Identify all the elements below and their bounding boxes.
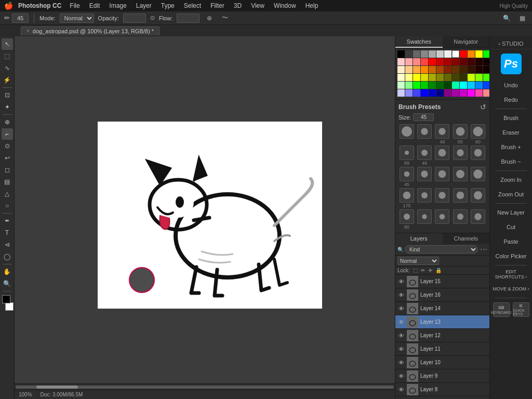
swatch-black[interactable]	[397, 50, 405, 58]
brush-thumb-8[interactable]	[453, 145, 468, 160]
swatch[interactable]	[468, 89, 475, 97]
layer-row-3[interactable]: 👁Layer 13	[395, 315, 489, 329]
layer-visibility-7[interactable]: 👁	[397, 373, 405, 379]
swatch[interactable]	[405, 50, 413, 58]
lock-transparent-btn[interactable]: ⬚	[413, 268, 418, 273]
swatch[interactable]	[475, 74, 483, 81]
menu-select[interactable]: Select	[180, 1, 205, 10]
swatch[interactable]	[452, 74, 459, 81]
lock-position-btn[interactable]: ✛	[428, 268, 432, 273]
swatch[interactable]	[460, 66, 467, 73]
menu-filter[interactable]: Filter	[206, 1, 229, 10]
canvas-wrapper[interactable]	[15, 36, 395, 383]
quick-select-tool[interactable]: ⚡	[2, 74, 13, 86]
selection-tool[interactable]: ⬚	[2, 50, 13, 62]
swatch[interactable]	[460, 50, 467, 58]
swatch[interactable]	[460, 58, 467, 65]
new-layer-btn[interactable]: New Layer	[493, 206, 529, 219]
swatch[interactable]	[452, 82, 459, 89]
layer-visibility-4[interactable]: 👁	[397, 332, 405, 339]
keyboard-btn[interactable]: ⌨ KEYBOARD	[493, 302, 510, 317]
pen-tool[interactable]: ✒	[2, 215, 13, 227]
layer-visibility-8[interactable]: 👁	[397, 387, 405, 393]
swatch[interactable]	[413, 82, 420, 89]
healing-tool[interactable]: ⊕	[2, 116, 13, 128]
swatch[interactable]	[444, 74, 451, 81]
paste-btn[interactable]: Paste	[493, 235, 529, 248]
swatch[interactable]	[436, 66, 444, 73]
zoom-out-btn[interactable]: Zoom Out	[493, 188, 529, 201]
move-tool[interactable]: ↖	[2, 38, 13, 50]
zoom-in-btn[interactable]: Zoom In	[493, 173, 529, 187]
channels-tab[interactable]: Channels	[443, 233, 490, 244]
grid-btn[interactable]: ▦	[516, 13, 528, 23]
brush-thumb-16[interactable]	[417, 188, 432, 203]
layer-visibility-5[interactable]: 👁	[397, 346, 405, 352]
menu-view[interactable]: View	[247, 1, 269, 10]
brush-tool[interactable]: ⌐	[2, 128, 13, 140]
swatch[interactable]	[413, 89, 420, 97]
swatch[interactable]	[475, 89, 483, 97]
swatch[interactable]	[429, 74, 436, 81]
swatch[interactable]	[397, 66, 405, 73]
brush-thumb-12[interactable]	[435, 167, 449, 181]
navigator-tab[interactable]: Navigator	[443, 36, 490, 48]
swatch[interactable]	[429, 66, 436, 73]
blend-mode-select[interactable]: Normal	[397, 257, 439, 265]
swatch[interactable]	[475, 58, 483, 65]
layer-visibility-2[interactable]: 👁	[397, 305, 405, 312]
document-tab[interactable]: × dog_astropad.psd @ 100% (Layer 13, RGB…	[21, 26, 159, 35]
brush-thumb-7[interactable]	[435, 145, 449, 160]
apple-menu[interactable]: 🍎	[4, 2, 13, 10]
swatch[interactable]	[444, 82, 451, 89]
brush-thumb-5[interactable]	[400, 145, 414, 160]
dodge-tool[interactable]: ○	[2, 200, 13, 211]
swatch[interactable]	[468, 74, 475, 81]
swatch[interactable]	[444, 50, 451, 58]
layer-visibility-6[interactable]: 👁	[397, 360, 405, 366]
menu-image[interactable]: Image	[105, 1, 130, 10]
brush-thumb-21[interactable]	[417, 209, 432, 224]
layer-row-8[interactable]: 👁Layer 8	[395, 383, 489, 396]
brush-minus-btn[interactable]: Brush −	[493, 155, 529, 168]
swatch[interactable]	[421, 82, 428, 89]
layer-row-6[interactable]: 👁Layer 10	[395, 356, 489, 369]
brush-thumb-10[interactable]	[400, 167, 414, 181]
swatch[interactable]	[421, 74, 428, 81]
swatch[interactable]	[460, 74, 467, 81]
blur-tool[interactable]: △	[2, 188, 13, 200]
flow-input[interactable]: 54%	[177, 14, 200, 23]
layer-row-0[interactable]: 👁Layer 15	[395, 275, 489, 288]
swatch[interactable]	[421, 58, 428, 65]
ps-icon[interactable]: Ps	[501, 54, 522, 74]
menu-edit[interactable]: Edit	[85, 1, 104, 10]
brush-plus-btn[interactable]: Brush +	[493, 140, 529, 154]
brush-thumb-17[interactable]	[435, 188, 449, 203]
layer-row-7[interactable]: 👁Layer 9	[395, 369, 489, 383]
eraser-btn[interactable]: Eraser	[493, 126, 529, 139]
swatch[interactable]	[436, 89, 444, 97]
brush-thumb-22[interactable]	[435, 209, 449, 224]
swatch[interactable]	[429, 82, 436, 89]
eraser-tool[interactable]: ◻	[2, 164, 13, 176]
swatch[interactable]	[436, 82, 444, 89]
swatch[interactable]	[429, 89, 436, 97]
foreground-color[interactable]	[2, 295, 10, 303]
swatch[interactable]	[421, 89, 428, 97]
swatch[interactable]	[397, 89, 405, 97]
brush-thumb-2[interactable]	[435, 124, 449, 139]
history-brush-tool[interactable]: ↩	[2, 152, 13, 164]
lock-brush-btn[interactable]: ✏	[421, 268, 425, 273]
swatch[interactable]	[452, 58, 459, 65]
undo-btn[interactable]: Undo	[493, 78, 529, 92]
menu-layer[interactable]: Layer	[132, 1, 156, 10]
layers-tab[interactable]: Layers	[395, 233, 443, 244]
swatch[interactable]	[452, 89, 459, 97]
scroll-thumb[interactable]	[36, 385, 78, 389]
layer-visibility-3[interactable]: 👁	[397, 319, 405, 325]
brush-thumb-15[interactable]	[400, 188, 414, 203]
mode-select[interactable]: Normal	[60, 14, 94, 23]
lock-all-btn[interactable]: 🔒	[435, 268, 442, 273]
brush-thumb-19[interactable]	[471, 188, 485, 203]
brush-size-input[interactable]	[12, 14, 29, 23]
